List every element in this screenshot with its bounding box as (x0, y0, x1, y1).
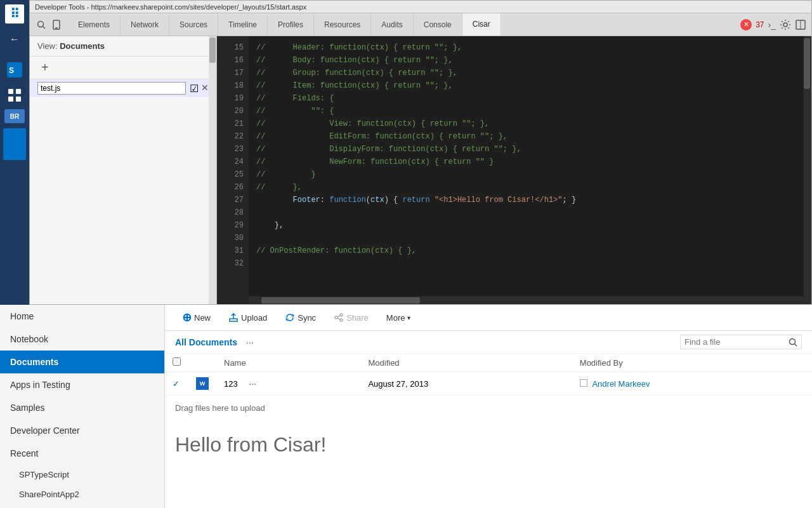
table-row: ✓ W 123 ··· August 27, 2013 Andrei Marke… (165, 372, 812, 396)
file-close-icon[interactable]: ✕ (201, 83, 209, 95)
code-content[interactable]: // Header: function(ctx) { return ""; },… (249, 36, 804, 304)
tab-audits[interactable]: Audits (371, 13, 413, 36)
sidebar-item-documents[interactable]: Documents (0, 351, 164, 373)
chrome-logo: ⠿ (3, 3, 26, 25)
device-icon[interactable] (50, 16, 63, 34)
tab-resources[interactable]: Resources (314, 13, 371, 36)
sidebar-item-notebook[interactable]: Notebook (0, 328, 164, 351)
svg-point-6 (38, 21, 44, 27)
file-panel-scrollbar[interactable] (209, 36, 216, 304)
col-name[interactable]: Name (216, 354, 360, 372)
sharepoint-icon[interactable]: S (3, 58, 26, 81)
svg-line-17 (337, 316, 340, 317)
devtools-tabs: Elements Network Sources Timeline Profil… (30, 13, 811, 36)
settings-icon[interactable] (780, 19, 791, 30)
file-panel-scrollbar-thumb (209, 37, 216, 63)
row-modified: August 27, 2013 (360, 372, 572, 396)
editor-scrollbar-thumb (804, 38, 810, 89)
tab-console[interactable]: Console (414, 13, 462, 36)
tab-elements[interactable]: Elements (68, 13, 121, 36)
new-icon: ⊕ (181, 312, 192, 323)
drag-drop-message: Drag files here to upload (165, 396, 812, 420)
upload-button[interactable]: Upload (222, 310, 273, 325)
tab-profiles[interactable]: Profiles (268, 13, 314, 36)
br-icon[interactable]: BR (4, 109, 25, 123)
svg-rect-5 (16, 97, 21, 102)
blue-rect (3, 128, 26, 160)
error-icon: ✕ (740, 19, 752, 30)
row-check: ✓ (165, 372, 188, 396)
line-numbers: 1516171819 2021222324 2526272829 303132 (217, 36, 249, 304)
tab-cisar[interactable]: Cisar (462, 13, 501, 36)
tab-sources[interactable]: Sources (169, 13, 218, 36)
col-check (165, 354, 188, 372)
editor-scrollbar[interactable] (804, 36, 811, 304)
more-chevron-icon: ▾ (407, 314, 410, 321)
upload-icon (228, 312, 239, 323)
file-item-actions: ☑ ✕ (190, 83, 209, 95)
file-item: ☑ ✕ (30, 79, 216, 97)
file-name-input[interactable] (37, 82, 186, 95)
back-button[interactable]: ← (3, 28, 26, 51)
view-label: View: (37, 41, 58, 51)
apps-icon[interactable] (3, 84, 26, 107)
add-file-button[interactable]: + (37, 59, 53, 76)
devtools-title: Developer Tools - https://markeev.sharep… (35, 3, 306, 11)
devtools-tab-right: ✕ 37 ›_ (740, 13, 811, 36)
code-editor: 1516171819 2021222324 2526272829 303132 … (217, 36, 811, 304)
tab-timeline[interactable]: Timeline (218, 13, 268, 36)
search-submit-icon[interactable] (789, 338, 797, 347)
tab-network[interactable]: Network (121, 13, 169, 36)
sp-main: ⊕ New Upload Sync Share (165, 305, 812, 508)
svg-point-10 (783, 23, 787, 27)
sidebar-item-recent[interactable]: Recent (0, 442, 164, 465)
row-modified-by: Andrei Markeev (572, 372, 812, 396)
documents-table: Name Modified Modified By ✓ W (165, 354, 812, 396)
row-options-button[interactable]: ··· (245, 377, 260, 390)
all-documents-tab[interactable]: All Documents (175, 337, 237, 347)
col-modified-by[interactable]: Modified By (572, 354, 812, 372)
row-type-icon: W (188, 372, 216, 396)
new-button[interactable]: ⊕ New (175, 310, 217, 325)
search-icon[interactable] (35, 16, 48, 34)
editor-hscrollbar[interactable] (249, 297, 804, 304)
sp-sidebar: Home Notebook Documents Apps in Testing … (0, 305, 165, 508)
console-icon[interactable]: ›_ (768, 20, 776, 30)
view-value: Documents (60, 41, 105, 51)
error-count: 37 (756, 20, 764, 29)
row-name[interactable]: 123 ··· (216, 372, 360, 396)
devtools-titlebar: Developer Tools - https://markeev.sharep… (30, 1, 811, 13)
sidebar-item-home[interactable]: Home (0, 305, 164, 328)
svg-rect-3 (16, 89, 21, 94)
docs-more-button[interactable]: ··· (242, 336, 258, 349)
sync-button[interactable]: Sync (278, 310, 322, 325)
svg-line-20 (795, 344, 797, 346)
file-check-icon[interactable]: ☑ (190, 83, 199, 95)
dock-icon[interactable] (795, 19, 806, 30)
user-avatar (580, 379, 587, 387)
sp-container: Home Notebook Documents Apps in Testing … (0, 305, 812, 508)
tab-icon-group (30, 13, 68, 36)
sidebar-subitem-sptypescript[interactable]: SPTypeScript (0, 465, 164, 485)
sp-toolbar: ⊕ New Upload Sync Share (165, 305, 812, 331)
share-icon (334, 312, 344, 323)
sidebar-subitem-sharepointapp2[interactable]: SharePointApp2 (0, 485, 164, 504)
sync-icon (285, 312, 295, 323)
search-box[interactable] (680, 335, 802, 349)
svg-text:S: S (9, 66, 14, 75)
sp-docs-header: All Documents ··· (165, 331, 812, 354)
col-modified[interactable]: Modified (360, 354, 572, 372)
sidebar-item-samples[interactable]: Samples (0, 396, 164, 419)
svg-point-19 (790, 338, 796, 344)
search-input[interactable] (684, 337, 786, 347)
more-button[interactable]: More ▾ (380, 311, 417, 325)
sidebar-item-developer-center[interactable]: Developer Center (0, 419, 164, 442)
editor-hscrollbar-thumb (261, 297, 420, 304)
select-all-checkbox[interactable] (173, 358, 181, 366)
col-icon (188, 354, 216, 372)
sidebar-item-apps-testing[interactable]: Apps in Testing (0, 373, 164, 396)
svg-rect-13 (230, 319, 237, 321)
svg-point-15 (335, 316, 337, 319)
share-button[interactable]: Share (327, 310, 375, 325)
devtools-panel: Developer Tools - https://markeev.sharep… (29, 0, 812, 305)
